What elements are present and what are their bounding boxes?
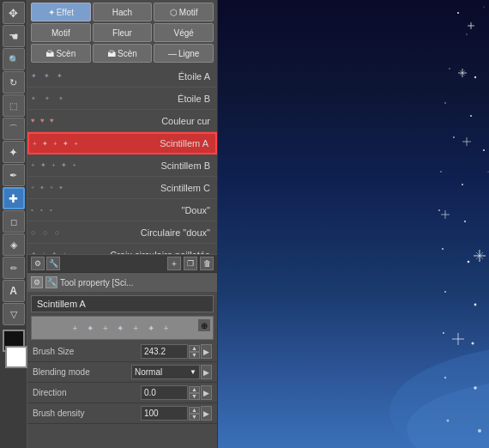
brush-item-etoile-a[interactable]: ✦ ✦ ✦ Étoile A <box>27 65 217 88</box>
brush-size-value[interactable]: 243.2 <box>141 344 188 359</box>
cat-row-2: Motif Fleur Végé <box>31 23 214 42</box>
brush-item-scintillem-a[interactable]: + ✦ + ✦ + Scintillem A <box>27 132 217 154</box>
svg-point-192 <box>447 420 450 422</box>
svg-point-175 <box>444 377 446 378</box>
brush-size-row: Brush Size 243.2 ▲ ▼ ▶ <box>27 342 217 362</box>
stars-container <box>218 0 489 448</box>
direction-value[interactable]: 0.0 <box>141 385 188 400</box>
brush-preview-pattern: + ✦ + ✦ + ✦ + <box>72 324 172 333</box>
brush-density-label: Brush density <box>33 409 141 418</box>
brush-density-row: Brush density 100 ▲ ▼ ▶ <box>27 403 217 424</box>
panel-wrench-icon[interactable]: 🔧 <box>45 276 57 288</box>
tool-pen[interactable]: ✏ <box>3 257 25 279</box>
svg-point-1 <box>484 7 485 8</box>
svg-point-143 <box>444 291 446 293</box>
cat-row-1: ✦ Effet Hach ⬡ Motif <box>31 3 214 21</box>
blending-mode-row: Blending mode Normal ▼ ▶ <box>27 362 217 383</box>
cat-vege[interactable]: Végé <box>154 23 214 42</box>
brush-list-toolbar: ⚙ 🔧 + ❐ 🗑 <box>27 254 217 272</box>
svg-point-50 <box>470 115 472 117</box>
tool-lasso[interactable]: ⌒ <box>3 118 25 140</box>
brush-item-circulaire-doux[interactable]: ○ ○ ○ Circulaire "doux" <box>27 221 217 244</box>
brush-item-couleur-cur[interactable]: ♥ ♥ ♥ Couleur cur <box>27 110 217 132</box>
brush-item-scintillem-c[interactable]: + ✦ + ✦ Scintillem C <box>27 177 217 199</box>
tool-eyedropper[interactable]: ✒ <box>3 164 25 186</box>
tool-fill[interactable]: ◈ <box>3 233 25 256</box>
svg-point-193 <box>478 429 481 433</box>
svg-point-91 <box>462 184 463 185</box>
svg-point-176 <box>474 386 477 390</box>
brush-density-down[interactable]: ▼ <box>189 414 200 421</box>
stars-svg <box>218 0 489 448</box>
brush-size-label: Brush Size <box>33 347 141 356</box>
tool-brush[interactable]: ✚ <box>3 187 25 209</box>
cat-motif2[interactable]: Motif <box>31 23 91 42</box>
svg-point-67 <box>453 136 455 138</box>
left-toolbar: ✥ ☚ 🔍 ↻ ⬚ ⌒ ✦ ✒ ✚ ◻ ◈ ✏ A ▽ <box>0 0 27 448</box>
background-color[interactable] <box>5 346 27 368</box>
brush-size-up[interactable]: ▲ <box>189 345 200 352</box>
brush-density-up[interactable]: ▲ <box>189 407 200 414</box>
tool-eraser[interactable]: ◻ <box>3 210 25 233</box>
tool-property-panel: ⚙ 🔧 Tool property [Sci... Scintillem A +… <box>27 272 217 424</box>
tool-magic-wand[interactable]: ✦ <box>3 141 25 163</box>
brush-size-down[interactable]: ▼ <box>189 352 200 359</box>
cat-effet[interactable]: ✦ Effet <box>31 3 91 21</box>
brush-size-spinner: ▲ ▼ <box>189 345 200 359</box>
direction-row: Direction 0.0 ▲ ▼ ▶ <box>27 383 217 403</box>
brush-item-croix-circ-pailletee[interactable]: ✦ + ✦ + Croix circulaire pailletée <box>27 244 217 254</box>
direction-spinner: ▲ ▼ <box>189 386 200 400</box>
svg-point-92 <box>487 171 488 172</box>
direction-down[interactable]: ▼ <box>189 393 200 400</box>
cat-scene1[interactable]: 🏔 Scèn <box>31 44 91 63</box>
cat-motif1[interactable]: ⬡ Motif <box>154 3 214 21</box>
canvas-area[interactable] <box>218 0 489 448</box>
motif-icon: ⬡ <box>170 8 178 17</box>
tool-select-rect[interactable]: ⬚ <box>3 94 25 117</box>
dropdown-arrow-icon: ▼ <box>190 368 196 376</box>
direction-expand[interactable]: ▶ <box>201 385 212 400</box>
cat-hach[interactable]: Hach <box>93 3 153 21</box>
tool-text[interactable]: A <box>3 280 25 302</box>
svg-point-161 <box>472 342 474 345</box>
brush-delete-icon[interactable]: 🗑 <box>200 257 214 270</box>
brush-copy-icon[interactable]: ❐ <box>184 257 197 270</box>
direction-up[interactable]: ▲ <box>189 386 200 393</box>
tool-rotate[interactable]: ↻ <box>3 71 25 94</box>
brush-item-doux[interactable]: • • • "Doux" <box>27 199 217 221</box>
tool-move[interactable]: ✥ <box>3 2 25 24</box>
effet-icon: ✦ <box>48 8 55 17</box>
scene1-icon: 🏔 <box>45 49 54 58</box>
svg-point-10 <box>466 33 467 34</box>
brush-density-value[interactable]: 100 <box>141 406 188 421</box>
cat-ligne[interactable]: — Ligne <box>154 44 214 63</box>
svg-point-144 <box>474 304 477 306</box>
middle-panel: ✦ Effet Hach ⬡ Motif Motif Fleur Végé <box>27 0 218 448</box>
brush-wrench-icon[interactable]: 🔧 <box>46 257 60 270</box>
cat-scene2[interactable]: 🏔 Scèn <box>93 44 153 63</box>
panel-settings-icon[interactable]: ⚙ <box>31 276 43 288</box>
brush-density-expand[interactable]: ▶ <box>201 406 212 421</box>
svg-point-29 <box>449 68 450 69</box>
brush-name-display: Scintillem A <box>31 295 214 312</box>
canvas-background <box>218 0 489 448</box>
brush-density-spinner: ▲ ▼ <box>189 407 200 421</box>
cat-row-3: 🏔 Scèn 🏔 Scèn — Ligne <box>31 44 214 63</box>
ligne-icon: — <box>168 49 177 58</box>
tool-gradient[interactable]: ▽ <box>3 303 25 325</box>
magnifier-button[interactable]: ⊕ <box>197 318 211 332</box>
svg-point-0 <box>457 12 459 14</box>
brush-settings-icon[interactable]: ⚙ <box>31 257 45 270</box>
brush-size-expand[interactable]: ▶ <box>201 344 212 359</box>
brush-item-scintillem-b[interactable]: + ✦ + ✦ + Scintillem B <box>27 154 217 177</box>
blending-expand[interactable]: ▶ <box>201 365 212 379</box>
svg-point-160 <box>443 332 444 334</box>
brush-add-icon[interactable]: + <box>167 257 181 270</box>
tool-zoom[interactable]: 🔍 <box>3 48 25 70</box>
blending-mode-dropdown[interactable]: Normal ▼ <box>131 365 200 379</box>
svg-point-123 <box>442 248 444 250</box>
cat-fleur[interactable]: Fleur <box>93 23 153 42</box>
brush-item-etoile-b[interactable]: ✦ ✦ ✦ Étoile B <box>27 88 217 110</box>
tool-hand[interactable]: ☚ <box>3 25 25 47</box>
svg-point-106 <box>464 221 466 222</box>
